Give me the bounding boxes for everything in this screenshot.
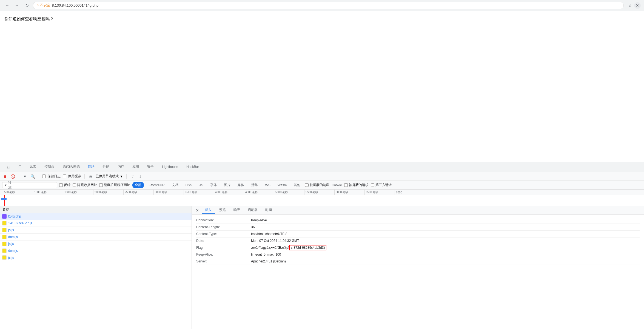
filter-tag-wasm[interactable]: Wasm (275, 182, 289, 188)
file-list-item-3[interactable]: dom.js (0, 234, 192, 241)
back-button[interactable]: ← (3, 2, 11, 9)
timeline-request-bar-1 (1, 198, 7, 200)
file-list-item-2[interactable]: js.js (0, 227, 192, 234)
header-val-content-length: 36 (251, 225, 640, 229)
header-val-server: Apache/2.4.51 (Debian) (251, 259, 640, 263)
filter-input-wrapper[interactable]: ▼ 过滤 (2, 182, 57, 188)
filter-tag-media[interactable]: 媒体 (235, 182, 247, 188)
tab-console[interactable]: 控制台 (41, 163, 58, 171)
tab-lighthouse[interactable]: Lighthouse (158, 163, 182, 171)
header-key-server: Server: (196, 259, 251, 263)
tab-hackbar[interactable]: HackBar (183, 163, 203, 171)
preserve-log-label[interactable]: 保留日志 (42, 174, 61, 179)
filter-toggle-button[interactable]: ▼ (22, 174, 28, 179)
filter-tag-manifest[interactable]: 清单 (249, 182, 260, 188)
toolbar-separator-3 (84, 174, 85, 179)
file-list-item-1[interactable]: 141.327ce5c7.js (0, 220, 192, 227)
toolbar-separator-1 (19, 174, 19, 179)
file-list-item-5[interactable]: dom.js (0, 247, 192, 254)
reverse-label[interactable]: 反转 (59, 183, 70, 187)
blocked-requests-checkbox[interactable] (344, 183, 348, 187)
hide-extension-urls-checkbox[interactable] (99, 183, 103, 187)
filter-tag-font[interactable]: 字体 (208, 182, 219, 188)
filter-tag-ws[interactable]: WS (263, 182, 273, 188)
page-content-area: 你知道如何查看响应包吗？ (0, 11, 644, 134)
tab-security[interactable]: 安全 (143, 163, 158, 171)
search-button[interactable]: 🔍 (30, 174, 35, 179)
download-icon[interactable]: ⇩ (138, 174, 143, 179)
filter-tag-fetch[interactable]: Fetch/XHR (146, 182, 167, 188)
hide-extension-urls-label[interactable]: 隐藏扩展程序网址 (99, 183, 130, 187)
blocked-requests-label[interactable]: 被屏蔽的请求 (344, 183, 369, 187)
devtools-device-icon[interactable]: ☐ (15, 163, 25, 171)
devtools-inspector-icon[interactable]: ⬚ (3, 163, 14, 171)
clear-button[interactable]: 🚫 (10, 174, 15, 179)
bookmark-button[interactable]: ☆ (628, 3, 632, 8)
reload-button[interactable]: ↻ (23, 2, 31, 9)
tick-11: 5500 毫秒 (304, 190, 334, 195)
header-key-flag: Flag: (196, 246, 251, 250)
timeline-scroll[interactable]: 500 毫秒 1000 毫秒 1500 毫秒 2000 毫秒 2500 毫秒 3… (0, 190, 644, 206)
filter-tag-doc[interactable]: 文档 (169, 182, 181, 188)
tick-5: 2500 毫秒 (123, 190, 153, 195)
detail-tabs-bar: ✕ 标头 预览 响应 启动器 时间 (192, 206, 644, 215)
detail-tab-initiator[interactable]: 启动器 (244, 207, 261, 214)
third-party-label[interactable]: 第三方请求 (371, 183, 392, 187)
header-val-flag: æ¤ã¹/flagçš,ç¬¬ã°Œæ®µïs-872d-68589c4ab3d… (251, 246, 640, 250)
preserve-log-checkbox[interactable] (42, 174, 46, 178)
address-bar[interactable]: ⚠ 不安全 8.130.84.100:50001/f14g.php (33, 2, 624, 9)
file-list: 名称 f14g.php 141.327ce5c7.js js.js dom.js… (0, 206, 192, 329)
detail-tab-headers[interactable]: 标头 (202, 207, 215, 214)
record-button[interactable]: ⏺ (2, 174, 8, 179)
tick-9: 4500 毫秒 (244, 190, 274, 195)
tab-network[interactable]: 网络 (84, 163, 98, 171)
file-list-item-4[interactable]: js.js (0, 241, 192, 247)
third-party-checkbox[interactable] (371, 183, 374, 187)
file-list-item-0[interactable]: f14g.php (0, 213, 192, 220)
file-icon-js-5 (2, 248, 7, 253)
filter-tag-js[interactable]: JS (197, 182, 206, 188)
blocked-responses-checkbox[interactable] (305, 183, 309, 187)
detail-tab-preview[interactable]: 预览 (216, 207, 229, 214)
file-name-6: js.js (8, 256, 14, 259)
filter-tag-all[interactable]: 全部 (132, 182, 144, 188)
wifi-icon: ≋ (88, 174, 93, 179)
throttle-text: 已停用节流模式 (96, 174, 119, 179)
page-main-text: 你知道如何查看响应包吗？ (4, 16, 54, 21)
header-key-keep-alive: Keep-Alive: (196, 253, 251, 256)
file-icon-php (2, 214, 7, 219)
file-list-item-6[interactable]: js.js (0, 254, 192, 261)
detail-tab-timing[interactable]: 时间 (262, 207, 275, 214)
tab-elements[interactable]: 元素 (26, 163, 40, 171)
tab-performance[interactable]: 性能 (99, 163, 113, 171)
filter-tag-css[interactable]: CSS (183, 182, 195, 188)
hide-data-urls-checkbox[interactable] (73, 183, 76, 187)
throttle-dropdown[interactable]: 已停用节流模式 ▼ (96, 174, 123, 179)
devtools-panel: ⬚ ☐ 元素 控制台 源代码/来源 网络 性能 内存 应用 安全 Lightho… (0, 162, 644, 329)
filter-input[interactable] (15, 183, 55, 187)
close-tab-button[interactable]: ✕ (634, 2, 641, 9)
tick-1: 500 毫秒 (3, 190, 33, 195)
blocked-responses-label[interactable]: 被屏蔽的响应 (305, 183, 329, 187)
disable-cache-label[interactable]: 停用缓存 (63, 174, 81, 179)
header-row-keep-alive: Keep-Alive: timeout=5, max=100 (196, 251, 640, 258)
header-val-content-type: text/html; charset=UTF-8 (251, 232, 640, 236)
detail-tab-response[interactable]: 响应 (230, 207, 243, 214)
timeline-area: 500 毫秒 1000 毫秒 1500 毫秒 2000 毫秒 2500 毫秒 3… (0, 190, 644, 206)
tab-memory[interactable]: 内存 (114, 163, 128, 171)
close-detail-button[interactable]: ✕ (194, 208, 201, 213)
security-warning-icon: ⚠ 不安全 (36, 3, 50, 8)
file-name-4: js.js (8, 242, 14, 246)
filter-tag-img[interactable]: 图片 (221, 182, 233, 188)
reverse-checkbox[interactable] (59, 183, 63, 187)
tab-sources[interactable]: 源代码/来源 (59, 163, 84, 171)
hide-data-urls-label[interactable]: 隐藏数据网址 (73, 183, 97, 187)
tab-application[interactable]: 应用 (129, 163, 143, 171)
forward-button[interactable]: → (13, 2, 21, 9)
tick-4: 2000 毫秒 (93, 190, 123, 195)
tick-14: 7000 (395, 190, 425, 195)
hide-data-urls-text: 隐藏数据网址 (77, 183, 97, 187)
disable-cache-checkbox[interactable] (63, 174, 66, 178)
upload-icon[interactable]: ⇧ (130, 174, 135, 179)
filter-tag-other[interactable]: 其他 (291, 182, 303, 188)
